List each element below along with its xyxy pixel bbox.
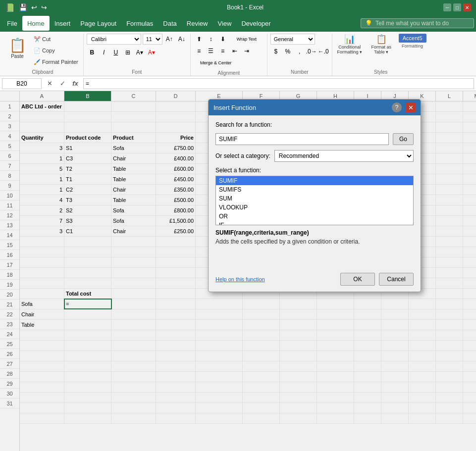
font-color-button[interactable]: A▾: [146, 47, 157, 58]
cell[interactable]: Table: [111, 195, 156, 205]
cell[interactable]: C1: [64, 226, 111, 236]
cell[interactable]: [354, 330, 381, 340]
cell[interactable]: S1: [64, 143, 111, 153]
cell[interactable]: [436, 216, 463, 226]
cell[interactable]: [243, 382, 280, 392]
cell[interactable]: [196, 309, 243, 319]
cell[interactable]: Sofa: [111, 216, 156, 226]
cell[interactable]: £1,500.00: [156, 216, 196, 226]
cell[interactable]: Chair: [111, 153, 156, 163]
cell[interactable]: [463, 309, 476, 319]
quick-access-undo[interactable]: ↩: [31, 3, 37, 11]
cell[interactable]: [317, 361, 354, 371]
cell[interactable]: [354, 382, 381, 392]
menu-review[interactable]: Review: [182, 16, 213, 31]
cell[interactable]: [196, 413, 243, 423]
cell[interactable]: £400.00: [156, 153, 196, 163]
cell[interactable]: [354, 299, 381, 309]
cell[interactable]: [20, 268, 64, 278]
cell[interactable]: [354, 309, 381, 319]
cell[interactable]: [196, 393, 243, 402]
cell[interactable]: [64, 278, 111, 288]
cell[interactable]: [354, 341, 381, 351]
cell[interactable]: [243, 299, 280, 309]
cell[interactable]: [436, 247, 463, 257]
cell[interactable]: [280, 361, 317, 371]
cell[interactable]: [317, 403, 354, 413]
row-num-31[interactable]: 31: [0, 399, 19, 408]
cell[interactable]: [409, 382, 436, 392]
cell[interactable]: [111, 351, 156, 361]
cell[interactable]: [436, 382, 463, 392]
cell[interactable]: [463, 133, 476, 143]
modal-close-btn[interactable]: ✕: [406, 102, 416, 112]
cell[interactable]: [243, 330, 280, 340]
cell[interactable]: £750.00: [156, 143, 196, 153]
cell[interactable]: [409, 361, 436, 371]
row-num-1[interactable]: 1: [0, 101, 19, 111]
col-header-d[interactable]: D: [156, 91, 196, 101]
cell[interactable]: [280, 403, 317, 413]
align-center-btn[interactable]: ☰: [206, 46, 216, 56]
cell[interactable]: [463, 341, 476, 351]
function-list-item[interactable]: VLOOKUP: [216, 203, 413, 212]
cell[interactable]: [381, 309, 409, 319]
cell[interactable]: [317, 320, 354, 330]
cell[interactable]: [196, 382, 243, 392]
cell[interactable]: [463, 393, 476, 402]
align-right-btn[interactable]: ≡: [217, 46, 228, 56]
cell[interactable]: [354, 393, 381, 402]
cell[interactable]: [381, 320, 409, 330]
cell[interactable]: [463, 403, 476, 413]
cell[interactable]: [436, 299, 463, 309]
cell[interactable]: [317, 393, 354, 402]
cell[interactable]: [463, 205, 476, 215]
cell[interactable]: [156, 268, 196, 278]
cell[interactable]: [243, 351, 280, 361]
cell[interactable]: [317, 413, 354, 423]
cell[interactable]: [111, 257, 156, 267]
cell[interactable]: [317, 382, 354, 392]
col-header-a[interactable]: A: [20, 91, 64, 101]
row-num-11[interactable]: 11: [0, 200, 19, 210]
cell[interactable]: [381, 351, 409, 361]
close-btn[interactable]: ✕: [463, 3, 471, 11]
row-num-5[interactable]: 5: [0, 141, 19, 151]
decrease-font-btn[interactable]: A↓: [176, 34, 187, 45]
category-select[interactable]: Recommended: [274, 150, 414, 162]
minimize-btn[interactable]: ─: [443, 3, 451, 11]
cell[interactable]: [156, 393, 196, 402]
cell[interactable]: [280, 351, 317, 361]
cut-button[interactable]: ✂️ Cut: [32, 34, 80, 45]
cell[interactable]: [409, 309, 436, 319]
paste-button[interactable]: 📋 Paste: [5, 34, 30, 62]
cell[interactable]: [409, 413, 436, 423]
cell[interactable]: [196, 299, 243, 309]
accent5-style[interactable]: Accent5: [399, 34, 426, 43]
cell[interactable]: [436, 413, 463, 423]
cell[interactable]: [409, 372, 436, 382]
cell[interactable]: [436, 237, 463, 247]
cell[interactable]: [463, 185, 476, 195]
cell[interactable]: [436, 101, 463, 111]
cell[interactable]: Chair: [111, 185, 156, 195]
cell[interactable]: [280, 341, 317, 351]
cell[interactable]: [20, 237, 64, 247]
cell[interactable]: [196, 341, 243, 351]
cell[interactable]: [436, 226, 463, 236]
function-list-item[interactable]: OR: [216, 212, 413, 221]
italic-button[interactable]: I: [99, 47, 109, 58]
row-num-3[interactable]: 3: [0, 121, 19, 131]
row-num-28[interactable]: 28: [0, 369, 19, 379]
cell[interactable]: [196, 372, 243, 382]
cell[interactable]: [64, 330, 111, 340]
cell[interactable]: Product: [111, 133, 156, 143]
cell[interactable]: [280, 299, 317, 309]
cell[interactable]: [111, 382, 156, 392]
cell[interactable]: [280, 330, 317, 340]
row-num-30[interactable]: 30: [0, 389, 19, 399]
cell[interactable]: [381, 299, 409, 309]
cell[interactable]: S2: [64, 205, 111, 215]
align-middle-btn[interactable]: ↕: [206, 34, 216, 45]
cell[interactable]: [436, 372, 463, 382]
